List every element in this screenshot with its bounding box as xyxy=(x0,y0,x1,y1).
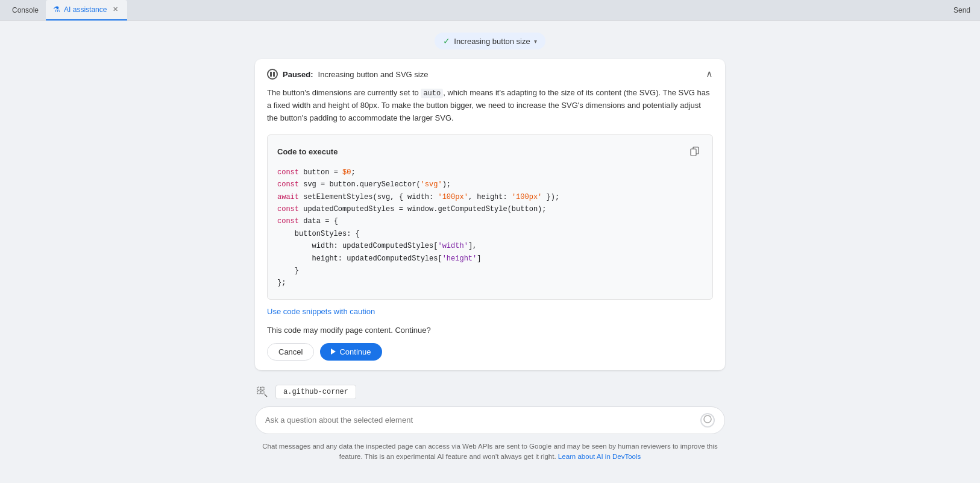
svg-rect-3 xyxy=(257,391,260,394)
collapse-button[interactable]: ∧ xyxy=(706,69,713,79)
tab-console[interactable]: Console xyxy=(5,0,46,21)
code-block: Code to execute const button = $0; const… xyxy=(267,134,713,300)
action-buttons: Cancel Continue xyxy=(267,343,713,361)
svg-line-6 xyxy=(265,394,267,397)
ask-input-container[interactable] xyxy=(255,406,725,434)
code-header: Code to execute xyxy=(277,145,703,159)
pause-icon xyxy=(267,69,278,80)
paused-description: The button's dimensions are currently se… xyxy=(267,87,713,125)
disclaimer-text: Chat messages and any data the inspected… xyxy=(262,443,717,460)
modify-text: This code may modify page content. Conti… xyxy=(267,326,713,335)
learn-more-link[interactable]: Learn about AI in DevTools xyxy=(558,453,641,460)
copy-icon xyxy=(689,146,700,157)
element-selector-icon xyxy=(255,385,269,399)
auto-highlight: auto xyxy=(421,89,443,98)
tab-ai-assistance[interactable]: ⚗ AI assistance ✕ xyxy=(46,0,127,21)
submit-button[interactable] xyxy=(700,413,715,428)
pause-bar-left xyxy=(270,72,272,77)
paused-title: Paused: Increasing button and SVG size xyxy=(267,69,428,80)
play-icon xyxy=(331,349,336,355)
desc-text-1: The button's dimensions are currently se… xyxy=(267,88,421,97)
paused-card: Paused: Increasing button and SVG size ∧… xyxy=(255,59,725,370)
continue-label: Continue xyxy=(339,347,371,356)
code-title: Code to execute xyxy=(277,147,338,156)
svg-rect-5 xyxy=(261,391,264,394)
element-tag[interactable]: a.github-corner xyxy=(275,385,356,399)
status-badge[interactable]: ✓ Increasing button size ▾ xyxy=(435,33,545,49)
main-content: ✓ Increasing button size ▾ Paused: Incre… xyxy=(0,21,980,483)
svg-rect-2 xyxy=(257,387,260,390)
svg-rect-1 xyxy=(691,149,696,156)
caution-link[interactable]: Use code snippets with caution xyxy=(267,307,713,316)
svg-rect-4 xyxy=(261,387,264,390)
ask-input[interactable] xyxy=(265,415,700,425)
pause-bars xyxy=(270,72,275,77)
paused-label: Paused: xyxy=(283,70,313,79)
status-badge-text: Increasing button size xyxy=(454,37,530,46)
cancel-button[interactable]: Cancel xyxy=(267,343,314,361)
tab-bar: Console ⚗ AI assistance ✕ Send xyxy=(0,0,980,21)
ai-assistance-tab-label: AI assistance xyxy=(64,5,107,14)
submit-icon xyxy=(703,415,712,425)
svg-point-7 xyxy=(704,415,711,423)
copy-button[interactable] xyxy=(687,145,703,159)
send-button[interactable]: Send xyxy=(953,6,970,14)
paused-subtitle: Increasing button and SVG size xyxy=(318,70,429,79)
paused-header: Paused: Increasing button and SVG size ∧ xyxy=(267,69,713,80)
code-content: const button = $0; const svg = button.qu… xyxy=(277,166,703,289)
ai-icon: ⚗ xyxy=(53,5,60,14)
close-tab-icon[interactable]: ✕ xyxy=(110,5,120,14)
check-icon: ✓ xyxy=(443,36,450,46)
pause-bar-right xyxy=(273,72,275,77)
continue-button[interactable]: Continue xyxy=(320,343,382,361)
chevron-down-icon: ▾ xyxy=(534,38,537,45)
element-section: a.github-corner xyxy=(255,385,725,399)
disclaimer: Chat messages and any data the inspected… xyxy=(255,441,725,462)
console-tab-label: Console xyxy=(12,6,39,14)
